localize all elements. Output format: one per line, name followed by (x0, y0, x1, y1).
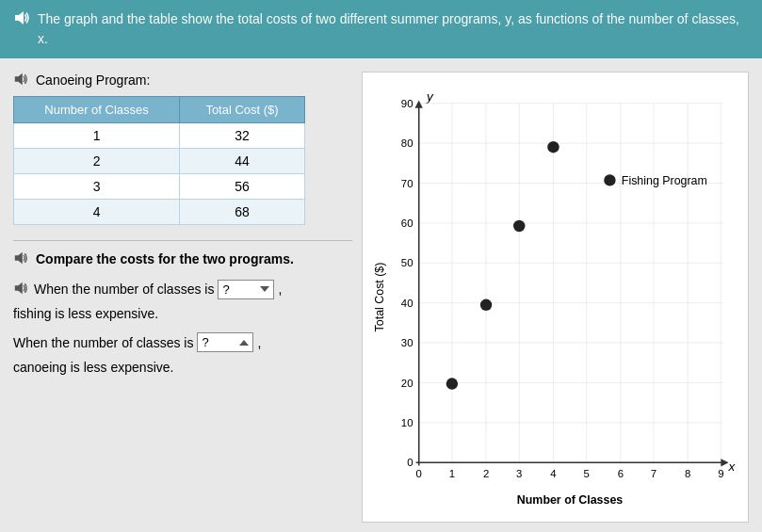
data-point-1 (446, 378, 458, 389)
x-axis-x-label: x (728, 459, 737, 474)
canoeing-section-title: Canoeing Program: (13, 72, 352, 89)
data-point-2 (480, 299, 492, 311)
table-cell: 1 (14, 123, 180, 149)
q2-prefix: When the number of classes is (13, 332, 193, 353)
svg-text:30: 30 (401, 337, 413, 348)
table-cell: 56 (180, 174, 305, 200)
table-cell: 32 (180, 123, 305, 149)
svg-text:3: 3 (516, 468, 522, 479)
question1-row: When the number of classes is ?12345678 … (13, 279, 352, 299)
y-axis-y-label: y (426, 89, 434, 104)
q1-speaker-icon[interactable] (13, 281, 30, 298)
compare-speaker-icon[interactable] (13, 250, 30, 267)
compare-title-row: Compare the costs for the two programs. (13, 250, 352, 267)
canoeing-speaker-icon[interactable] (13, 72, 30, 89)
svg-marker-26 (415, 101, 423, 108)
q2-answer-text: canoeing is less expensive. (13, 357, 352, 378)
compare-title-text: Compare the costs for the two programs. (36, 251, 294, 266)
scatter-chart: Total Cost ($) y Number of Classes x (370, 80, 740, 514)
svg-marker-1 (15, 73, 23, 85)
data-point-4 (547, 141, 559, 153)
data-point-3 (513, 220, 525, 232)
legend-dot (604, 174, 615, 185)
table-cell: 44 (180, 149, 305, 174)
svg-marker-27 (721, 459, 728, 466)
q1-dropdown[interactable]: ?12345678 (218, 280, 274, 299)
table-cell: 2 (14, 149, 180, 174)
svg-text:9: 9 (718, 468, 723, 479)
y-axis-label: Total Cost ($) (373, 263, 386, 332)
canoeing-title: Canoeing Program: (36, 73, 150, 88)
q1-prefix: When the number of classes is (34, 279, 214, 299)
header-speaker-icon[interactable] (13, 9, 30, 26)
svg-text:1: 1 (449, 468, 455, 479)
svg-text:10: 10 (401, 417, 413, 428)
svg-text:40: 40 (401, 298, 413, 309)
svg-text:4: 4 (550, 468, 556, 479)
svg-text:60: 60 (401, 218, 413, 229)
svg-text:2: 2 (483, 468, 489, 479)
svg-text:8: 8 (685, 468, 690, 479)
svg-marker-3 (15, 282, 23, 294)
q2-dropdown[interactable]: ?12345678 (197, 332, 253, 352)
svg-text:7: 7 (651, 468, 657, 479)
question1-block: When the number of classes is ?12345678 … (13, 279, 352, 325)
header-text: The graph and the table show the total c… (38, 9, 749, 49)
q2-suffix: , (257, 332, 261, 353)
svg-text:70: 70 (401, 178, 413, 189)
svg-text:90: 90 (401, 98, 413, 109)
legend-label: Fishing Program (622, 174, 707, 187)
svg-text:80: 80 (401, 137, 413, 149)
svg-text:20: 20 (401, 378, 413, 389)
col-header-classes: Number of Classes (14, 97, 180, 123)
svg-text:6: 6 (618, 468, 624, 479)
table-cell: 4 (14, 200, 180, 225)
header: The graph and the table show the total c… (0, 0, 762, 58)
divider (13, 240, 352, 241)
svg-text:5: 5 (583, 468, 589, 479)
svg-marker-2 (15, 252, 23, 264)
q1-suffix: , (278, 279, 282, 299)
x-axis-label: Number of Classes (517, 493, 623, 507)
question2-row: When the number of classes is ?12345678 … (13, 332, 352, 353)
left-panel: Canoeing Program: Number of Classes Tota… (13, 72, 352, 523)
canoeing-table: Number of Classes Total Cost ($) 1322443… (13, 96, 305, 225)
svg-marker-0 (15, 11, 24, 24)
question2-block: When the number of classes is ?12345678 … (13, 332, 352, 379)
svg-text:0: 0 (416, 468, 422, 479)
q1-answer-text: fishing is less expensive. (13, 303, 352, 324)
svg-text:50: 50 (401, 257, 413, 268)
chart-panel: Total Cost ($) y Number of Classes x (362, 72, 749, 523)
table-cell: 68 (180, 200, 305, 225)
col-header-cost: Total Cost ($) (180, 97, 305, 123)
table-cell: 3 (14, 174, 180, 200)
svg-text:0: 0 (407, 457, 413, 468)
